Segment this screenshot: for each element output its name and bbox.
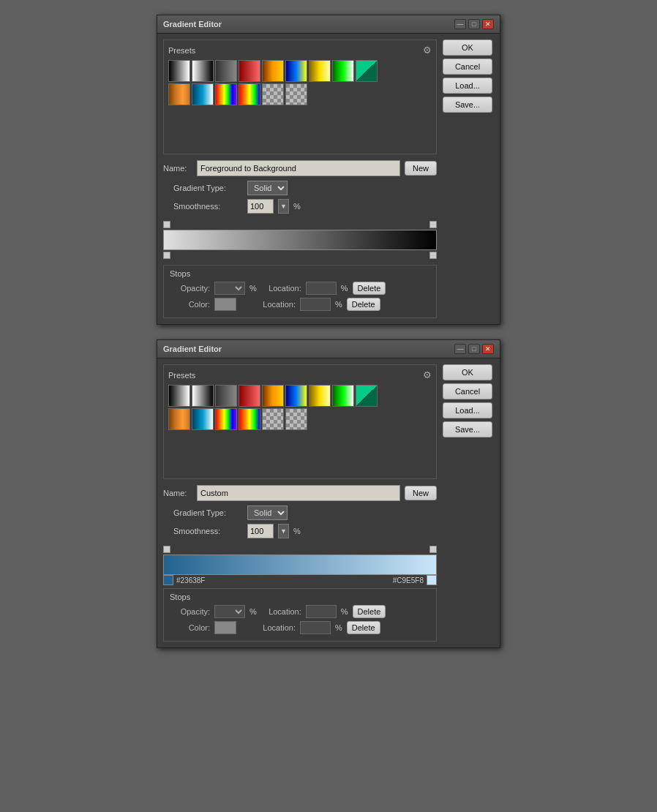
preset-checker2[interactable] <box>285 83 307 105</box>
opacity-delete-btn-2[interactable]: Delete <box>353 605 386 618</box>
stops-section-2: Stops Opacity: % Location: % Delete Colo… <box>163 588 437 642</box>
preset-white-black[interactable] <box>192 60 214 82</box>
preset-orange-grad[interactable] <box>262 60 284 82</box>
smoothness-label-2: Smoothness: <box>173 527 243 535</box>
color-swatch-left-2[interactable] <box>163 575 173 585</box>
gradient-bar-2[interactable] <box>163 555 437 575</box>
gradient-type-label-2: Gradient Type: <box>173 508 243 517</box>
gear-icon-1[interactable]: ⚙ <box>423 45 432 56</box>
gradient-type-select-1[interactable]: Solid <box>247 181 288 195</box>
maximize-button-2[interactable]: □ <box>468 344 480 354</box>
presets-grid-1 <box>168 60 432 105</box>
name-input-2[interactable] <box>197 485 400 501</box>
opacity-stop-left-2[interactable] <box>163 546 170 553</box>
preset2-orange-grad[interactable] <box>262 385 284 407</box>
opacity-location-input-2[interactable] <box>306 605 337 618</box>
maximize-button-1[interactable]: □ <box>468 19 480 29</box>
preset2-black-trans[interactable] <box>215 385 237 407</box>
opacity-percent-2: % <box>249 607 257 616</box>
opacity-field-label-1: Opacity: <box>170 284 210 293</box>
color-stop-right-1[interactable] <box>429 252 437 259</box>
close-button-1[interactable]: ✕ <box>482 19 494 29</box>
preset-checker[interactable] <box>262 83 284 105</box>
ok-button-2[interactable]: OK <box>443 364 492 380</box>
opacity-stop-right-2[interactable] <box>429 546 437 553</box>
preset2-white-black[interactable] <box>192 385 214 407</box>
opacity-stops-2 <box>163 544 437 555</box>
smoothness-label-1: Smoothness: <box>173 202 243 211</box>
ok-button-1[interactable]: OK <box>443 40 492 56</box>
gradient-editor-dialog-1: Gradient Editor — □ ✕ Presets ⚙ <box>157 15 500 325</box>
cancel-button-2[interactable]: Cancel <box>443 383 492 399</box>
side-buttons-2: OK Cancel Load... Save... <box>443 364 494 642</box>
close-button-2[interactable]: ✕ <box>482 344 494 354</box>
preset-yellow-grad[interactable] <box>309 60 331 82</box>
window-controls-1: — □ ✕ <box>454 19 494 29</box>
title-bar-1: Gradient Editor — □ ✕ <box>157 15 500 34</box>
color-location-input-2[interactable] <box>300 621 331 634</box>
preset-rainbow2[interactable] <box>239 83 260 105</box>
preset-green-white[interactable] <box>332 60 354 82</box>
preset-blue-yellow[interactable] <box>285 60 307 82</box>
smoothness-input-2[interactable] <box>247 524 274 538</box>
preset-rainbow[interactable] <box>215 83 237 105</box>
load-button-2[interactable]: Load... <box>443 402 492 418</box>
color-delete-btn-1[interactable]: Delete <box>347 298 380 311</box>
preset2-green-white[interactable] <box>332 385 354 407</box>
opacity-select-1[interactable] <box>214 282 245 295</box>
gear-icon-2[interactable]: ⚙ <box>423 369 432 380</box>
preset2-blue-yellow[interactable] <box>285 385 307 407</box>
color-field-label-1: Color: <box>170 300 210 309</box>
preset2-cyan-grad[interactable] <box>192 408 214 430</box>
preset2-checker[interactable] <box>262 408 284 430</box>
preset-cyan-grad[interactable] <box>192 83 214 105</box>
preset-copper[interactable] <box>168 83 190 105</box>
new-button-1[interactable]: New <box>405 161 437 176</box>
opacity-select-2[interactable] <box>214 605 245 618</box>
opacity-stop-left-1[interactable] <box>163 221 170 228</box>
preset2-yellow-grad[interactable] <box>309 385 331 407</box>
smoothness-input-1[interactable] <box>247 199 274 214</box>
load-button-1[interactable]: Load... <box>443 78 492 94</box>
preset2-checker2[interactable] <box>285 408 307 430</box>
minimize-button-1[interactable]: — <box>454 19 466 29</box>
opacity-delete-btn-1[interactable]: Delete <box>353 282 386 295</box>
opacity-location-input-1[interactable] <box>306 282 337 295</box>
preset2-rainbow[interactable] <box>215 408 237 430</box>
preset-red-grad[interactable] <box>239 60 260 82</box>
cancel-button-1[interactable]: Cancel <box>443 59 492 75</box>
preset-black-trans[interactable] <box>215 60 237 82</box>
preset2-copper[interactable] <box>168 408 190 430</box>
smoothness-spin-2[interactable]: ▼ <box>278 524 289 538</box>
name-input-1[interactable] <box>197 160 400 176</box>
title-bar-2: Gradient Editor — □ ✕ <box>157 340 500 358</box>
minimize-button-2[interactable]: — <box>454 344 466 354</box>
preset2-green-2[interactable] <box>356 385 378 407</box>
opacity-stop-right-1[interactable] <box>429 221 437 228</box>
preset-green-2[interactable] <box>356 60 378 82</box>
new-button-2[interactable]: New <box>405 486 437 500</box>
presets-label-1: Presets <box>168 46 195 55</box>
preset2-red-grad[interactable] <box>239 385 260 407</box>
color-swatch-1[interactable] <box>214 298 236 311</box>
color-delete-btn-2[interactable]: Delete <box>347 621 380 634</box>
save-button-1[interactable]: Save... <box>443 97 492 113</box>
gradient-type-row-2: Gradient Type: Solid <box>163 505 437 520</box>
gradient-type-select-2[interactable]: Solid <box>247 505 288 520</box>
preset2-rainbow2[interactable] <box>239 408 260 430</box>
color-field-label-2: Color: <box>170 623 210 632</box>
color-stop-left-1[interactable] <box>163 252 170 259</box>
presets-section-2: Presets ⚙ <box>163 364 437 479</box>
gradient-bar-1[interactable] <box>163 230 437 250</box>
color-swatch-2[interactable] <box>214 621 236 634</box>
smoothness-spin-1[interactable]: ▼ <box>278 199 289 214</box>
gradient-editor-dialog-2: Gradient Editor — □ ✕ Presets ⚙ <box>157 339 500 648</box>
dialog-body-1: Presets ⚙ <box>157 34 500 324</box>
color-location-input-1[interactable] <box>300 298 331 311</box>
preset2-black-white[interactable] <box>168 385 190 407</box>
save-button-2[interactable]: Save... <box>443 421 492 437</box>
color-swatch-right-2[interactable] <box>427 575 437 585</box>
preset-black-white[interactable] <box>168 60 190 82</box>
stops-section-1: Stops Opacity: % Location: % Delete Colo… <box>163 265 437 318</box>
smoothness-row-1: Smoothness: ▼ % <box>163 199 437 214</box>
